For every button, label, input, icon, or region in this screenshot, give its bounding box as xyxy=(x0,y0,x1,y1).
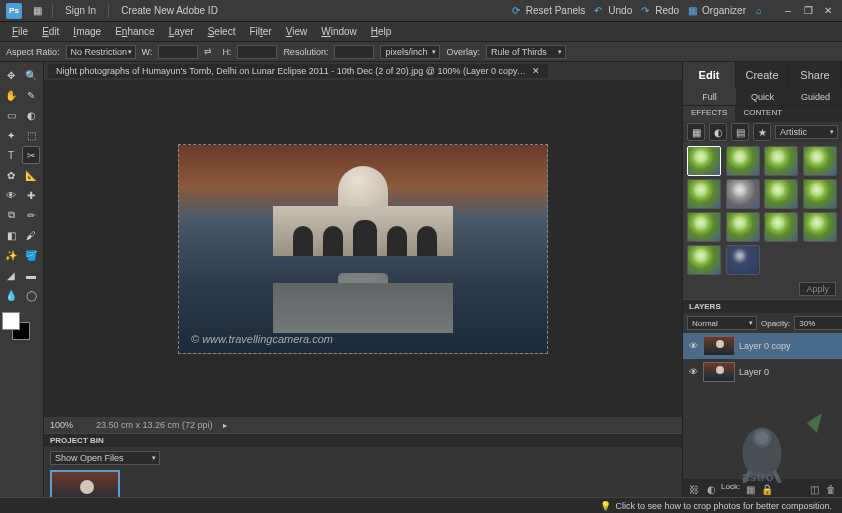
effect-thumb[interactable] xyxy=(687,245,721,275)
effects-photo-icon[interactable]: ▤ xyxy=(731,123,749,141)
link-layers-icon[interactable]: ⛓ xyxy=(687,482,701,496)
menu-image[interactable]: Image xyxy=(67,24,107,39)
effect-thumb[interactable] xyxy=(803,179,837,209)
height-input[interactable] xyxy=(237,45,277,59)
tab-content[interactable]: CONTENT xyxy=(735,106,790,122)
width-input[interactable] xyxy=(158,45,198,59)
foreground-color-swatch[interactable] xyxy=(2,312,20,330)
mode-tab-create[interactable]: Create xyxy=(736,62,789,88)
lock-all-icon[interactable]: 🔒 xyxy=(760,482,774,496)
zoom-tool-icon[interactable]: 🔍 xyxy=(22,66,40,84)
sponge-tool-icon[interactable]: ◯ xyxy=(22,286,40,304)
redo-button[interactable]: ↷Redo xyxy=(638,4,679,18)
smart-brush-tool-icon[interactable]: ✨ xyxy=(2,246,20,264)
crop-tool-icon[interactable]: ✂ xyxy=(22,146,40,164)
home-icon[interactable]: ⌂ xyxy=(752,4,766,18)
sign-in-link[interactable]: Sign In xyxy=(61,3,100,18)
blur-tool-icon[interactable]: 💧 xyxy=(2,286,20,304)
effect-thumb[interactable] xyxy=(726,146,760,176)
sub-tab-quick[interactable]: Quick xyxy=(736,88,789,105)
layer-visibility-icon[interactable]: 👁 xyxy=(687,340,699,352)
close-window-button[interactable]: ✕ xyxy=(820,4,836,18)
spot-heal-tool-icon[interactable]: ✚ xyxy=(22,186,40,204)
pencil-tool-icon[interactable]: ✏ xyxy=(22,206,40,224)
undo-button[interactable]: ↶Undo xyxy=(591,4,632,18)
marquee-tool-icon[interactable]: ▭ xyxy=(2,106,20,124)
menu-view[interactable]: View xyxy=(280,24,314,39)
swap-dimensions-icon[interactable]: ⇄ xyxy=(204,46,216,58)
effect-thumb[interactable] xyxy=(803,212,837,242)
brush-tool-icon[interactable]: 🖌 xyxy=(22,226,40,244)
menu-enhance[interactable]: Enhance xyxy=(109,24,160,39)
resolution-input[interactable] xyxy=(334,45,374,59)
effect-thumb[interactable] xyxy=(687,212,721,242)
resolution-unit-dropdown[interactable]: pixels/inch xyxy=(380,45,440,59)
create-adobe-id-link[interactable]: Create New Adobe ID xyxy=(117,3,222,18)
apply-button[interactable]: Apply xyxy=(799,282,836,296)
effect-thumb[interactable] xyxy=(726,212,760,242)
status-menu-icon[interactable]: ▸ xyxy=(223,421,227,430)
layer-name-label[interactable]: Layer 0 xyxy=(739,367,769,377)
effect-thumb[interactable] xyxy=(726,245,760,275)
menu-file[interactable]: FFileile xyxy=(6,24,34,39)
move-tool-icon[interactable]: ✥ xyxy=(2,66,20,84)
project-bin-dropdown[interactable]: Show Open Files xyxy=(50,451,160,465)
delete-layer-icon[interactable]: 🗑 xyxy=(824,482,838,496)
eraser-tool-icon[interactable]: ◧ xyxy=(2,226,20,244)
effects-all-icon[interactable]: ★ xyxy=(753,123,771,141)
effect-thumb[interactable] xyxy=(764,179,798,209)
menu-edit[interactable]: Edit xyxy=(36,24,65,39)
opacity-input[interactable]: 30% xyxy=(794,316,842,330)
type-tool-icon[interactable]: T xyxy=(2,146,20,164)
reset-panels-button[interactable]: ⟳Reset Panels xyxy=(509,4,585,18)
layer-row[interactable]: 👁 Layer 0 copy xyxy=(683,333,842,359)
overlay-dropdown[interactable]: Rule of Thirds xyxy=(486,45,566,59)
magic-wand-tool-icon[interactable]: ✦ xyxy=(2,126,20,144)
lasso-tool-icon[interactable]: ◐ xyxy=(22,106,40,124)
effect-thumb[interactable] xyxy=(764,212,798,242)
layers-panel-header[interactable]: LAYERS xyxy=(683,299,842,313)
close-tab-icon[interactable]: ✕ xyxy=(532,66,540,76)
document-tab[interactable]: Night photographs of Humayun's Tomb, Del… xyxy=(48,64,548,78)
layer-effects-icon[interactable]: ◐ xyxy=(704,482,718,496)
layer-thumbnail[interactable] xyxy=(703,336,735,356)
effect-thumb[interactable] xyxy=(803,146,837,176)
paint-bucket-tool-icon[interactable]: 🪣 xyxy=(22,246,40,264)
effect-thumb[interactable] xyxy=(687,179,721,209)
menu-layer[interactable]: Layer xyxy=(163,24,200,39)
eyedropper-tool-icon[interactable]: ✎ xyxy=(22,86,40,104)
mode-tab-edit[interactable]: Edit xyxy=(683,62,736,88)
layer-row[interactable]: 👁 Layer 0 xyxy=(683,359,842,385)
canvas-image[interactable]: © www.travellingcamera.com xyxy=(178,144,548,354)
effects-category-dropdown[interactable]: Artistic xyxy=(775,125,838,139)
menu-help[interactable]: Help xyxy=(365,24,398,39)
layer-thumbnail[interactable] xyxy=(703,362,735,382)
layer-visibility-icon[interactable]: 👁 xyxy=(687,366,699,378)
effect-thumb[interactable] xyxy=(764,146,798,176)
gradient-tool-icon[interactable]: ◢ xyxy=(2,266,20,284)
canvas-viewport[interactable]: © www.travellingcamera.com xyxy=(44,80,682,417)
quick-select-tool-icon[interactable]: ⬚ xyxy=(22,126,40,144)
straighten-tool-icon[interactable]: 📐 xyxy=(22,166,40,184)
menu-window[interactable]: Window xyxy=(315,24,363,39)
sub-tab-full[interactable]: Full xyxy=(683,88,736,105)
aspect-ratio-dropdown[interactable]: No Restriction xyxy=(66,45,136,59)
project-bin-header[interactable]: PROJECT BIN xyxy=(44,433,682,447)
effects-layer-style-icon[interactable]: ◐ xyxy=(709,123,727,141)
tip-text[interactable]: Click to see how to crop photos for bett… xyxy=(615,501,832,511)
menu-filter[interactable]: Filter xyxy=(243,24,277,39)
shape-tool-icon[interactable]: ▬ xyxy=(22,266,40,284)
minimize-button[interactable]: – xyxy=(780,4,796,18)
layer-name-label[interactable]: Layer 0 copy xyxy=(739,341,791,351)
tab-effects[interactable]: EFFECTS xyxy=(683,106,735,122)
effects-filter-icon[interactable]: ▦ xyxy=(687,123,705,141)
hand-tool-icon[interactable]: ✋ xyxy=(2,86,20,104)
maximize-button[interactable]: ❐ xyxy=(800,4,816,18)
sub-tab-guided[interactable]: Guided xyxy=(789,88,842,105)
panel-menu-icon[interactable]: ▦ xyxy=(30,4,44,18)
effect-thumb[interactable] xyxy=(726,179,760,209)
redeye-tool-icon[interactable]: 👁 xyxy=(2,186,20,204)
cookie-cutter-tool-icon[interactable]: ✿ xyxy=(2,166,20,184)
effect-thumb[interactable] xyxy=(687,146,721,176)
lock-transparency-icon[interactable]: ▦ xyxy=(743,482,757,496)
